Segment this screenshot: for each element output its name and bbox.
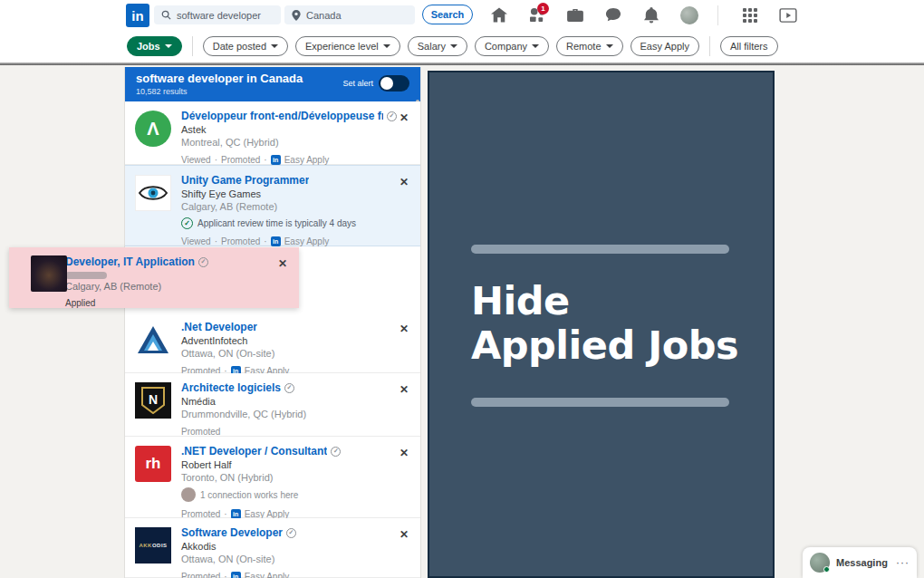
chevron-down-icon (606, 44, 613, 48)
job-card[interactable]: N Architecte logiciels ✓ Nmédia Drummond… (125, 373, 420, 437)
location-pin-icon (292, 10, 301, 21)
job-results-panel: software developer in Canada 10,582 resu… (124, 67, 421, 578)
promo-headline: Hide Applied Jobs (471, 279, 738, 369)
dismiss-job-button[interactable]: ✕ (397, 527, 411, 542)
company-logo-astek: Λ (135, 111, 171, 147)
job-company: Astek (181, 124, 397, 135)
job-card[interactable]: AKKODIS Software Developer ✓ Akkodis Ott… (125, 518, 420, 578)
toggle-knob (380, 77, 393, 90)
search-input[interactable]: software developer (154, 5, 281, 24)
company-logo-redacted (31, 255, 67, 292)
job-title[interactable]: Software Developer (181, 526, 283, 539)
filter-company[interactable]: Company (475, 36, 549, 56)
dismiss-job-button[interactable]: ✕ (397, 111, 411, 125)
job-location: Montreal, QC (Hybrid) (181, 137, 397, 148)
company-name-redacted (65, 272, 107, 279)
check-circle-icon: ✓ (181, 217, 193, 229)
job-title[interactable]: Developer, IT Application (65, 255, 195, 268)
set-alert-toggle[interactable] (379, 75, 409, 92)
job-card[interactable]: Λ Développeur front-end/Développeuse fro… (125, 101, 420, 165)
content-area: software developer in Canada 10,582 resu… (0, 65, 924, 578)
messaging-menu-icon[interactable]: ··· (896, 556, 910, 569)
linkedin-logo[interactable]: in (126, 4, 149, 27)
svg-text:N: N (149, 392, 158, 407)
job-location: Ottawa, ON (On-site) (181, 554, 397, 564)
results-count: 10,582 results (136, 87, 411, 96)
job-title[interactable]: Unity Game Programmer (181, 174, 309, 187)
job-title[interactable]: Architecte logiciels (181, 381, 281, 394)
job-card-selected[interactable]: Unity Game Programmer Shifty Eye Games C… (125, 165, 420, 246)
company-logo-robert-half: rh (135, 446, 171, 482)
filter-experience-level[interactable]: Experience level (295, 36, 400, 56)
chevron-down-icon (450, 44, 457, 48)
promo-decoration-bar (471, 245, 729, 254)
results-header: software developer in Canada 10,582 resu… (125, 67, 420, 101)
job-location: Ottawa, ON (On-site) (181, 348, 397, 359)
job-card[interactable]: rh .NET Developer / Consultant ✓ Robert … (125, 437, 420, 518)
dismiss-job-button[interactable]: ✕ (397, 175, 411, 189)
messaging-dock[interactable]: Messaging ··· (803, 547, 917, 578)
job-title[interactable]: .Net Developer (181, 321, 257, 333)
chevron-down-icon (383, 44, 390, 48)
job-card[interactable]: .Net Developer AdventInfotech Ottawa, ON… (125, 313, 420, 373)
me-avatar[interactable] (670, 0, 708, 30)
company-logo-akkodis: AKKODIS (135, 527, 171, 564)
learning-video-icon[interactable] (769, 0, 807, 30)
job-location: Toronto, ON (Hybrid) (181, 472, 397, 483)
company-logo-nmedia: N (135, 382, 171, 419)
job-company: Robert Half (181, 459, 397, 470)
job-location: Calgary, AB (Remote) (65, 281, 275, 292)
dismiss-job-button[interactable]: ✕ (397, 382, 411, 397)
apps-grid-icon[interactable] (731, 0, 769, 30)
linkedin-mini-icon: in (231, 572, 241, 578)
applied-status: Applied (65, 298, 275, 308)
linkedin-mini-icon: in (271, 236, 281, 246)
job-company: Shifty Eye Games (181, 188, 397, 199)
job-company: Nmédia (181, 396, 397, 407)
filter-jobs[interactable]: Jobs (127, 36, 182, 56)
job-company: Akkodis (181, 541, 397, 552)
job-meta: Promoted· in Easy Apply (181, 572, 397, 578)
my-network-icon[interactable]: 1 (518, 0, 556, 30)
applied-job-card[interactable]: Developer, IT Application ✓ Calgary, AB … (9, 247, 299, 308)
nav-icons: 1 (480, 0, 807, 30)
search-icon (161, 10, 171, 20)
filter-remote[interactable]: Remote (556, 36, 623, 56)
connection-avatar (181, 487, 196, 502)
verified-badge-icon: ✓ (284, 383, 294, 393)
filter-easy-apply[interactable]: Easy Apply (630, 36, 699, 56)
set-alert-label: Set alert (342, 79, 373, 88)
linkedin-mini-icon: in (271, 155, 281, 165)
verified-badge-icon: ✓ (286, 528, 296, 538)
messaging-label: Messaging (836, 557, 890, 568)
top-nav: in software developer Canada Search 1 (0, 0, 924, 30)
dismiss-job-button[interactable]: ✕ (397, 322, 411, 336)
messaging-avatar (810, 553, 830, 573)
dismiss-job-button[interactable]: ✕ (397, 446, 411, 460)
filter-all-filters[interactable]: All filters (720, 36, 778, 56)
nav-divider (717, 5, 718, 25)
location-input[interactable]: Canada (284, 5, 415, 24)
promo-panel: Hide Applied Jobs (428, 71, 775, 578)
filter-salary[interactable]: Salary (408, 36, 467, 56)
location-value: Canada (306, 10, 342, 21)
chevron-down-icon (271, 44, 278, 48)
notifications-bell-icon[interactable] (632, 0, 670, 30)
dismiss-job-button[interactable]: ✕ (275, 256, 290, 271)
filter-divider (192, 36, 193, 56)
page: in software developer Canada Search 1 (0, 0, 924, 578)
home-icon[interactable] (480, 0, 518, 30)
filter-date-posted[interactable]: Date posted (203, 36, 288, 56)
filter-divider (709, 36, 710, 56)
job-location: Calgary, AB (Remote) (181, 201, 397, 212)
jobs-briefcase-icon[interactable] (556, 0, 594, 30)
job-title[interactable]: .NET Developer / Consultant (181, 445, 327, 458)
job-title[interactable]: Développeur front-end/Développeuse front… (181, 110, 383, 122)
search-button[interactable]: Search (422, 5, 473, 24)
connection-note: 1 connection works here (181, 487, 397, 502)
review-time-note: ✓ Applicant review time is typically 4 d… (181, 217, 397, 229)
messaging-icon[interactable] (594, 0, 632, 30)
online-status-dot (823, 566, 830, 573)
verified-badge-icon: ✓ (198, 257, 208, 267)
filter-bar: Jobs Date posted Experience level Salary… (0, 30, 924, 63)
